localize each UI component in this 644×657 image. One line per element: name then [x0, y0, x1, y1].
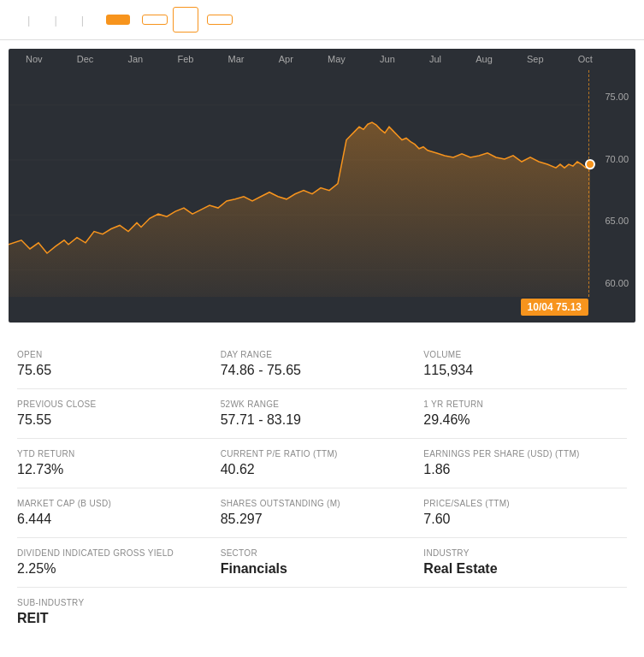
stat-cell-market-cap--b-usd-: MARKET CAP (B USD)6.444	[17, 488, 221, 538]
chart-area[interactable]: Nov Dec Jan Feb Mar Apr May Jun Jul Aug …	[9, 49, 635, 323]
stat-label: VOLUME	[423, 350, 618, 359]
stat-label: EARNINGS PER SHARE (USD) (TTM)	[423, 449, 618, 459]
x-label-nov: Nov	[26, 54, 43, 64]
x-label-feb: Feb	[177, 54, 193, 64]
stat-value: 74.86 - 75.65	[221, 363, 416, 378]
chart-tooltip: 10/04 75.13	[521, 299, 588, 316]
stat-value: 85.297	[221, 512, 416, 527]
x-label-aug: Aug	[476, 54, 493, 64]
stat-label: INDUSTRY	[423, 548, 618, 558]
stat-label: PREVIOUS CLOSE	[17, 400, 212, 409]
indicators-button[interactable]	[207, 15, 233, 25]
stat-cell-current-p-e-ratio--ttm-: CURRENT P/E RATIO (TTM)40.62	[221, 439, 424, 488]
stat-value: 29.46%	[423, 412, 618, 428]
period-5y-button[interactable]	[91, 16, 101, 23]
stat-value: 75.65	[17, 363, 212, 378]
x-axis: Nov Dec Jan Feb Mar Apr May Jun Jul Aug …	[9, 49, 635, 64]
stat-label: DAY RANGE	[221, 350, 416, 359]
period-1m-button[interactable]	[37, 16, 47, 23]
stat-label: MARKET CAP (B USD)	[17, 499, 212, 508]
stat-value: Financials	[221, 561, 416, 577]
stat-value: 2.25%	[17, 561, 212, 577]
sep1: |	[26, 14, 32, 27]
add-comparison-button[interactable]	[142, 15, 168, 25]
stat-cell-earnings-per-share--usd---ttm-: EARNINGS PER SHARE (USD) (TTM)1.86	[423, 439, 627, 488]
stat-label: YTD RETURN	[17, 449, 212, 459]
stat-value: Real Estate	[423, 561, 618, 577]
stat-cell-sub-industry: SUB-INDUSTRYREIT	[17, 588, 221, 636]
stat-label: SUB-INDUSTRY	[17, 598, 212, 607]
tooltip-price: 75.13	[556, 301, 582, 313]
x-label-may: May	[328, 54, 346, 64]
price-chart	[9, 70, 635, 297]
stat-value: 115,934	[423, 363, 618, 378]
stat-cell-volume: VOLUME115,934	[423, 340, 627, 389]
crosshair-line	[588, 70, 589, 297]
stat-cell-shares-outstanding--m-: SHARES OUTSTANDING (M)85.297	[221, 488, 424, 538]
y-axis: 75.00 70.00 65.00 60.00	[605, 92, 629, 288]
sep2: |	[52, 14, 58, 27]
stat-label: DIVIDEND INDICATED GROSS YIELD	[17, 548, 212, 558]
stat-value: 12.73%	[17, 462, 212, 477]
stat-label: CURRENT P/E RATIO (TTM)	[221, 449, 416, 459]
stat-label: SECTOR	[221, 548, 416, 558]
x-label-jul: Jul	[429, 54, 441, 64]
stat-cell-dividend-indicated-gross-yield: DIVIDEND INDICATED GROSS YIELD2.25%	[17, 538, 221, 588]
stat-label: 52WK RANGE	[221, 400, 416, 409]
stat-value: 7.60	[423, 512, 618, 527]
stat-label: 1 YR RETURN	[423, 400, 618, 409]
period-1y-button[interactable]	[64, 16, 74, 23]
x-label-apr: Apr	[279, 54, 293, 64]
stat-label: SHARES OUTSTANDING (M)	[221, 499, 416, 508]
x-label-dec: Dec	[77, 54, 94, 64]
stat-cell-previous-close: PREVIOUS CLOSE75.55	[17, 389, 221, 439]
stat-cell-day-range: DAY RANGE74.86 - 75.65	[221, 340, 424, 389]
time-frame-button[interactable]	[106, 15, 130, 25]
stat-cell-sector: SECTORFinancials	[221, 538, 424, 588]
sep3: |	[80, 14, 86, 27]
stat-cell-ytd-return: YTD RETURN12.73%	[17, 439, 221, 488]
plus-button[interactable]	[173, 7, 198, 33]
stat-value: REIT	[17, 611, 212, 626]
x-label-jun: Jun	[380, 54, 395, 64]
stats-grid: OPEN75.65DAY RANGE74.86 - 75.65VOLUME115…	[0, 331, 644, 654]
x-label-jan: Jan	[128, 54, 144, 64]
stat-cell-price-sales--ttm-: PRICE/SALES (TTM)7.60	[423, 488, 627, 538]
stat-cell-industry: INDUSTRYReal Estate	[423, 538, 627, 588]
y-label-70: 70.00	[605, 154, 629, 164]
stat-cell-52wk-range: 52WK RANGE57.71 - 83.19	[221, 389, 424, 439]
tooltip-date: 10/04	[528, 301, 553, 313]
toolbar: | | |	[0, 0, 644, 40]
y-label-75: 75.00	[605, 92, 629, 102]
stat-value: 1.86	[423, 462, 618, 477]
stat-value: 6.444	[17, 512, 212, 527]
x-label-mar: Mar	[228, 54, 245, 64]
x-label-sep: Sep	[527, 54, 544, 64]
stat-label: OPEN	[17, 350, 212, 359]
x-label-oct: Oct	[578, 54, 593, 64]
period-1d-button[interactable]	[10, 16, 21, 23]
stat-value: 40.62	[221, 462, 416, 477]
stat-value: 57.71 - 83.19	[221, 412, 416, 428]
stat-cell-1-yr-return: 1 YR RETURN29.46%	[423, 389, 627, 439]
stat-label: PRICE/SALES (TTM)	[423, 499, 618, 508]
y-label-65: 65.00	[605, 216, 629, 226]
y-label-60: 60.00	[605, 278, 629, 288]
stat-value: 75.55	[17, 412, 212, 428]
stat-cell-open: OPEN75.65	[17, 340, 221, 389]
svg-point-4	[586, 160, 594, 169]
